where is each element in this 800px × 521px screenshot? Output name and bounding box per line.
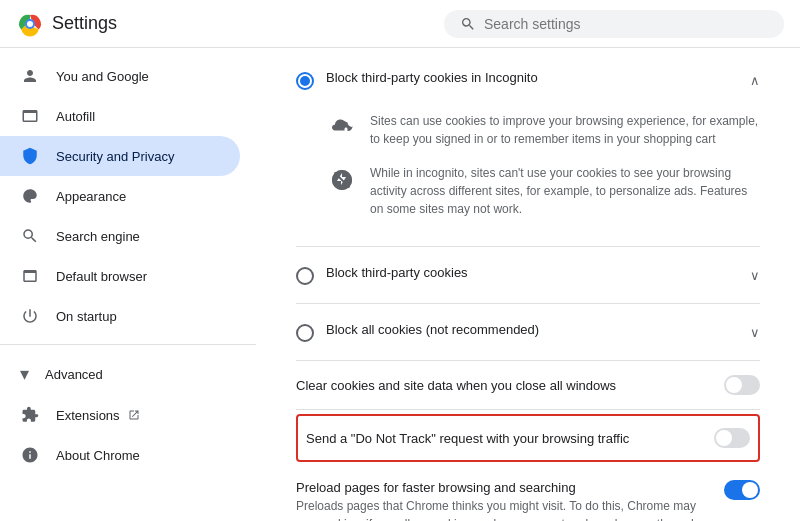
sidebar-item-label: Search engine bbox=[56, 229, 140, 244]
radio-circle-incognito bbox=[296, 72, 314, 90]
extensions-label-area: Extensions bbox=[56, 408, 140, 423]
clear-cookies-toggle[interactable] bbox=[724, 375, 760, 395]
sidebar-item-autofill[interactable]: Autofill bbox=[0, 96, 240, 136]
preload-title: Preload pages for faster browsing and se… bbox=[296, 480, 700, 495]
search-engine-icon bbox=[20, 226, 40, 246]
sidebar-item-security-privacy[interactable]: Security and Privacy bbox=[0, 136, 240, 176]
cookie-option-all: Block all cookies (not recommended) ∨ bbox=[296, 304, 760, 361]
person-icon bbox=[20, 66, 40, 86]
chrome-logo-area: Settings bbox=[16, 10, 117, 38]
chevron-down-icon: ▾ bbox=[20, 363, 29, 385]
option-row-incognito[interactable]: Block third-party cookies in Incognito ∧ bbox=[296, 60, 760, 100]
cookie-option-third-party: Block third-party cookies ∨ bbox=[296, 247, 760, 304]
header: Settings bbox=[0, 0, 800, 48]
sub-option-2: While in incognito, sites can't use your… bbox=[326, 156, 760, 226]
chrome-logo-icon bbox=[16, 10, 44, 38]
preload-pages-row: Preload pages for faster browsing and se… bbox=[296, 466, 760, 521]
sub-option-1: Sites can use cookies to improve your br… bbox=[326, 104, 760, 156]
extensions-label: Extensions bbox=[56, 408, 120, 423]
toggle-knob-dnt bbox=[716, 430, 732, 446]
clear-cookies-row: Clear cookies and site data when you clo… bbox=[296, 361, 760, 410]
sub-option-text-2: While in incognito, sites can't use your… bbox=[370, 164, 760, 218]
search-input[interactable] bbox=[484, 16, 768, 32]
main-content: Block third-party cookies in Incognito ∧… bbox=[256, 48, 800, 521]
sidebar-item-label: Default browser bbox=[56, 269, 147, 284]
sidebar-item-label: You and Google bbox=[56, 69, 149, 84]
preload-title-bold: Preload pages bbox=[296, 480, 380, 495]
cookie-option-incognito: Block third-party cookies in Incognito ∧… bbox=[296, 48, 760, 247]
sidebar-item-appearance[interactable]: Appearance bbox=[0, 176, 240, 216]
cookie-icon bbox=[326, 112, 358, 144]
sidebar-advanced-section[interactable]: ▾ Advanced bbox=[0, 353, 240, 395]
clear-cookies-label: Clear cookies and site data when you clo… bbox=[296, 378, 724, 393]
sidebar-item-extensions[interactable]: Extensions bbox=[0, 395, 240, 435]
sidebar-item-default-browser[interactable]: Default browser bbox=[0, 256, 240, 296]
startup-icon bbox=[20, 306, 40, 326]
option-label-incognito: Block third-party cookies in Incognito bbox=[326, 70, 538, 85]
sidebar-item-label: Appearance bbox=[56, 189, 126, 204]
sidebar: You and Google Autofill Security and Pri… bbox=[0, 48, 256, 521]
option-row-third-party[interactable]: Block third-party cookies ∨ bbox=[296, 255, 760, 295]
extensions-icon bbox=[20, 405, 40, 425]
block-icon bbox=[326, 164, 358, 196]
chevron-down-all-icon[interactable]: ∨ bbox=[750, 325, 760, 340]
svg-point-2 bbox=[27, 21, 33, 27]
sidebar-item-label: On startup bbox=[56, 309, 117, 324]
option-label-third-party: Block third-party cookies bbox=[326, 265, 468, 280]
preload-desc: Preloads pages that Chrome thinks you mi… bbox=[296, 497, 700, 521]
external-link-icon bbox=[128, 409, 140, 421]
search-icon bbox=[460, 16, 476, 32]
app-title: Settings bbox=[52, 13, 117, 34]
sidebar-item-on-startup[interactable]: On startup bbox=[0, 296, 240, 336]
content-area: Block third-party cookies in Incognito ∧… bbox=[256, 48, 800, 521]
main-layout: You and Google Autofill Security and Pri… bbox=[0, 48, 800, 521]
about-icon bbox=[20, 445, 40, 465]
radio-third-party[interactable]: Block third-party cookies bbox=[296, 265, 750, 285]
chevron-up-icon[interactable]: ∧ bbox=[750, 73, 760, 88]
preload-text: Preload pages for faster browsing and se… bbox=[296, 480, 724, 521]
sidebar-item-about-chrome[interactable]: About Chrome bbox=[0, 435, 240, 475]
advanced-label: Advanced bbox=[45, 367, 103, 382]
option-row-all[interactable]: Block all cookies (not recommended) ∨ bbox=[296, 312, 760, 352]
shield-icon bbox=[20, 146, 40, 166]
option-label-all: Block all cookies (not recommended) bbox=[326, 322, 539, 337]
sidebar-item-you-google[interactable]: You and Google bbox=[0, 56, 240, 96]
appearance-icon bbox=[20, 186, 40, 206]
sidebar-item-label: Security and Privacy bbox=[56, 149, 175, 164]
do-not-track-toggle[interactable] bbox=[714, 428, 750, 448]
sub-options: Sites can use cookies to improve your br… bbox=[296, 100, 760, 234]
radio-incognito[interactable]: Block third-party cookies in Incognito bbox=[296, 70, 750, 90]
sub-option-text-1: Sites can use cookies to improve your br… bbox=[370, 112, 760, 148]
autofill-icon bbox=[20, 106, 40, 126]
radio-circle-all bbox=[296, 324, 314, 342]
chevron-down-third-party-icon[interactable]: ∨ bbox=[750, 268, 760, 283]
sidebar-item-search-engine[interactable]: Search engine bbox=[0, 216, 240, 256]
do-not-track-row: Send a "Do Not Track" request with your … bbox=[296, 414, 760, 462]
browser-icon bbox=[20, 266, 40, 286]
do-not-track-label: Send a "Do Not Track" request with your … bbox=[306, 431, 714, 446]
toggle-knob-preload bbox=[742, 482, 758, 498]
preload-title-rest: for faster browsing and searching bbox=[380, 480, 576, 495]
about-label: About Chrome bbox=[56, 448, 140, 463]
radio-circle-third-party bbox=[296, 267, 314, 285]
search-bar[interactable] bbox=[444, 10, 784, 38]
preload-toggle[interactable] bbox=[724, 480, 760, 500]
sidebar-divider bbox=[0, 344, 256, 345]
toggle-knob bbox=[726, 377, 742, 393]
radio-all[interactable]: Block all cookies (not recommended) bbox=[296, 322, 750, 342]
sidebar-item-label: Autofill bbox=[56, 109, 95, 124]
